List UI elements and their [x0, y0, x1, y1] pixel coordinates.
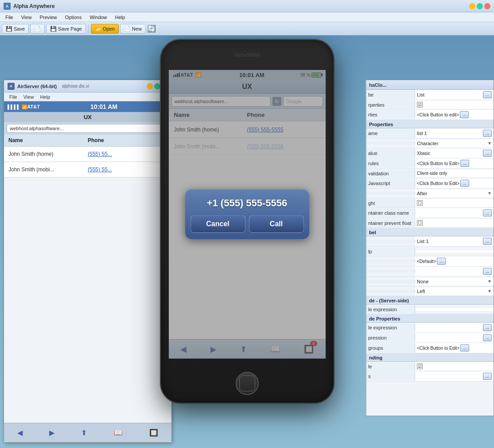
airserver-bookmarks-btn[interactable]: 📖: [114, 429, 123, 437]
main-content: A AirServer (64-bit) alphose.dix.vi File…: [0, 35, 494, 448]
airserver-ux-title: UX: [4, 112, 171, 122]
prop-label-pression: pression: [366, 334, 415, 342]
prop-btn-empty1[interactable]: ...: [483, 268, 492, 275]
iphone-speaker: [234, 53, 261, 57]
airserver-cell-name-2: John Smith (mobi...: [8, 166, 88, 173]
ios-call-dialog: +1 (555) 555-5556 Cancel Call: [185, 189, 309, 239]
minimize-btn[interactable]: [469, 3, 475, 9]
airserver-maximize[interactable]: [154, 83, 160, 89]
ios-call-button[interactable]: Call: [249, 215, 304, 233]
prop-value-container-float: ☐: [415, 219, 494, 227]
properties-header: haClo...: [366, 80, 494, 90]
save-page-button[interactable]: 💾 Save Page: [46, 24, 86, 34]
prop-value-le-expr: [415, 308, 494, 311]
open-button[interactable]: 📂 Open: [91, 24, 119, 34]
prop-row-container-float: ntainer prevent float ☐: [366, 218, 494, 228]
prop-btn-le-expr2[interactable]: ...: [483, 324, 492, 331]
maximize-btn[interactable]: [477, 3, 483, 9]
menu-options[interactable]: Options: [62, 14, 86, 21]
table-row[interactable]: John Smith (mobi... (555) 55...: [4, 162, 171, 178]
prop-checkbox-ght[interactable]: ☐: [417, 200, 423, 206]
prop-section-server: de - (Server-side): [366, 296, 494, 305]
prop-btn-javascript[interactable]: ...: [460, 180, 469, 187]
toolbar-separator: [88, 24, 89, 33]
close-btn[interactable]: [484, 3, 490, 9]
ios-cancel-button[interactable]: Cancel: [191, 215, 245, 233]
prop-value-ght: ☐: [415, 199, 494, 207]
airserver-forward-btn[interactable]: ▶: [49, 429, 54, 437]
airserver-cell-phone-1: (555) 55...: [88, 151, 167, 157]
prop-label-char: [366, 142, 415, 145]
prop-label-xbasic: alue: [366, 149, 415, 157]
airserver-bottom-nav: ◀ ▶ ⬆ 📖 🔲: [4, 423, 171, 442]
menu-view[interactable]: View: [18, 14, 35, 21]
prop-btn-xbasic[interactable]: ...: [483, 150, 492, 157]
airserver-col-name: Name: [8, 137, 88, 143]
prop-value-le-expr2: ...: [415, 323, 494, 332]
airserver-back-btn[interactable]: ◀: [17, 429, 23, 437]
airserver-menu-file[interactable]: File: [7, 94, 20, 100]
prop-label-list1: [366, 240, 415, 243]
dropdown-arrow-none[interactable]: ▼: [487, 279, 492, 284]
prop-section-de-props: de Properties: [366, 314, 494, 323]
prop-value-ame: list 1 ...: [415, 128, 494, 138]
prop-row-javascript: Javascript <Click Button to Edit> ...: [366, 178, 494, 189]
airserver-url-input[interactable]: webhost.alphasoftware...: [7, 124, 162, 133]
doc-icon: 📄: [34, 26, 41, 32]
prop-label-rperties: rperties: [366, 101, 415, 109]
prop-section-nding: nding: [366, 353, 494, 362]
prop-btn-groups[interactable]: ...: [460, 344, 469, 351]
save-page-icon: 💾: [50, 26, 57, 32]
prop-value-s: ...: [415, 371, 494, 381]
prop-value-empty1: ...: [415, 266, 494, 276]
prop-row-validation: validation Client-side only: [366, 169, 494, 178]
prop-btn-rules[interactable]: ...: [460, 160, 469, 167]
new-button[interactable]: 📄 New: [120, 24, 146, 34]
properties-scroll[interactable]: be List ... rperties ☑ rties <Click Butt…: [366, 90, 494, 416]
dropdown-arrow-after[interactable]: ▼: [487, 191, 492, 196]
prop-btn-ame[interactable]: ...: [483, 130, 492, 137]
menu-file[interactable]: File: [2, 14, 17, 21]
prop-btn-pression[interactable]: ...: [483, 334, 492, 341]
alpha-titlebar: A Alpha Anywhere: [0, 0, 494, 12]
airserver-status-bar: ▌▌▌▌ 📶 AT&T 10:01 AM: [4, 101, 171, 112]
prop-row-empty1: ...: [366, 266, 494, 277]
properties-panel: haClo... be List ... rperties ☑ rties: [366, 80, 494, 416]
airserver-col-phone: Phone: [88, 137, 167, 143]
prop-value-rperties: ☑: [415, 100, 494, 109]
prop-btn-default[interactable]: ...: [437, 258, 446, 265]
menu-preview[interactable]: Preview: [36, 14, 60, 21]
prop-checkbox-le[interactable]: ☑: [417, 363, 423, 369]
prop-row-ame: ame list 1 ...: [366, 128, 494, 139]
prop-label-validation: validation: [366, 170, 415, 178]
prop-row-s: s ...: [366, 371, 494, 382]
menu-help[interactable]: Help: [112, 14, 129, 21]
menu-window[interactable]: Window: [86, 14, 110, 21]
airserver-menu-view[interactable]: View: [21, 94, 37, 100]
prop-btn-type[interactable]: ...: [483, 91, 492, 98]
airserver-menu-help[interactable]: Help: [37, 94, 53, 100]
dropdown-arrow-left[interactable]: ▼: [487, 289, 492, 294]
prop-label-container-class: ntainer class name: [366, 209, 415, 217]
airserver-share-btn[interactable]: ⬆: [81, 429, 87, 437]
table-row[interactable]: John Smith (home) (555) 55...: [4, 147, 171, 162]
refresh-icon: 🔄: [147, 24, 156, 33]
prop-btn-rties[interactable]: ...: [460, 111, 469, 118]
prop-row-xbasic: alue Xbasic ...: [366, 148, 494, 158]
ios-call-number: +1 (555) 555-5556: [185, 189, 309, 215]
save-button[interactable]: 💾 Save: [2, 24, 29, 34]
airserver-tabs-btn[interactable]: 🔲: [149, 429, 158, 437]
prop-row-container-class: ntainer class name ...: [366, 208, 494, 218]
toolbar-btn-2[interactable]: 📄: [30, 24, 45, 34]
prop-value-after: After ▼: [415, 189, 494, 197]
prop-checkbox-rperties[interactable]: ☑: [417, 102, 423, 108]
iphone-home-button[interactable]: [236, 372, 259, 395]
prop-btn-list1[interactable]: ...: [483, 238, 492, 245]
prop-checkbox-container-float[interactable]: ☐: [417, 220, 423, 226]
prop-btn-container-class[interactable]: ...: [483, 209, 492, 216]
prop-value-pression: ...: [415, 333, 494, 343]
airserver-minimize[interactable]: [147, 83, 153, 89]
prop-value-javascript: <Click Button to Edit> ...: [415, 178, 494, 188]
prop-btn-s[interactable]: ...: [483, 373, 492, 380]
dropdown-arrow-char[interactable]: ▼: [487, 141, 492, 146]
